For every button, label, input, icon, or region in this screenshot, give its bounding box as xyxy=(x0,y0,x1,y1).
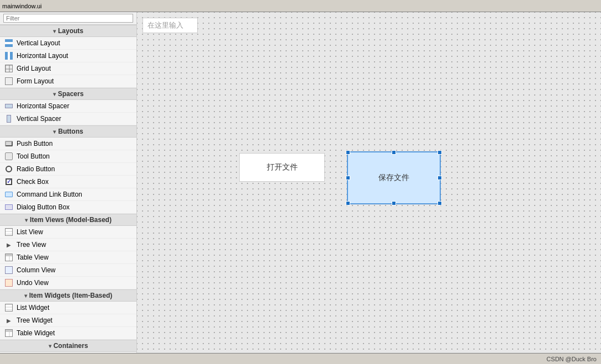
section-header-item-widgets[interactable]: ▾ Item Widgets (Item-Based) xyxy=(0,289,136,302)
sidebar-item-check-box[interactable]: Check Box xyxy=(0,176,136,188)
sidebar-item-vertical-spacer[interactable]: Vertical Spacer xyxy=(0,113,136,125)
sidebar-item-label-list-view: List View xyxy=(17,228,43,236)
collapse-icon-spacers: ▾ xyxy=(53,91,56,97)
sidebar-item-table-widget[interactable]: Table Widget xyxy=(0,327,136,340)
handle-mr[interactable] xyxy=(437,176,442,180)
handle-bl[interactable] xyxy=(346,201,350,205)
handle-ml[interactable] xyxy=(346,176,350,180)
section-header-item-views[interactable]: ▾ Item Views (Model-Based) xyxy=(0,214,136,226)
window-title: mainwindow.ui xyxy=(2,3,42,9)
sidebar-item-label-push-button: Push Button xyxy=(17,140,52,147)
filter-bar[interactable] xyxy=(0,12,136,25)
top-bar: mainwindow.ui xyxy=(0,0,601,12)
sidebar-item-horizontal-spacer[interactable]: Horizontal Spacer xyxy=(0,100,136,113)
section-label-buttons: Buttons xyxy=(58,128,83,135)
canvas-text-input: 在这里输入 xyxy=(143,18,198,33)
status-bar: CSDN @Duck Bro xyxy=(0,353,601,364)
sidebar-item-push-button[interactable]: Push Button xyxy=(0,138,136,150)
sidebar-item-label-vertical-layout: Vertical Layout xyxy=(17,39,60,47)
section-header-spacers[interactable]: ▾ Spacers xyxy=(0,88,136,100)
handle-tm[interactable] xyxy=(392,150,396,155)
canvas-area[interactable]: 在这里输入 打开文件 保存文件 xyxy=(137,12,601,353)
collapse-icon-item-widgets: ▾ xyxy=(24,293,27,299)
sidebar-item-horizontal-layout[interactable]: Horizontal Layout xyxy=(0,50,136,62)
collapse-icon-containers: ▾ xyxy=(49,343,51,349)
collapse-icon-layouts: ▾ xyxy=(53,28,56,34)
collapse-icon-item-views: ▾ xyxy=(25,217,28,223)
sidebar-item-list-widget[interactable]: List Widget xyxy=(0,302,136,314)
sidebar-item-vertical-layout[interactable]: Vertical Layout xyxy=(0,37,136,50)
sidebar-item-label-check-box: Check Box xyxy=(17,178,49,186)
sidebar-item-label-tree-view: Tree View xyxy=(17,241,46,249)
handle-tl[interactable] xyxy=(346,150,350,155)
sidebar-item-label-radio-button: Radio Button xyxy=(17,165,55,173)
sidebar-item-tree-view[interactable]: ▶Tree View xyxy=(0,239,136,251)
save-file-button[interactable]: 保存文件 xyxy=(347,151,441,204)
sidebar-item-label-horizontal-spacer: Horizontal Spacer xyxy=(17,102,69,110)
section-label-item-widgets: Item Widgets (Item-Based) xyxy=(29,292,113,299)
handle-tr[interactable] xyxy=(437,150,442,155)
handle-br[interactable] xyxy=(437,201,442,205)
sidebar-item-label-list-widget: List Widget xyxy=(17,304,49,312)
sidebar-item-label-table-widget: Table Widget xyxy=(17,329,55,337)
filter-input[interactable] xyxy=(3,14,133,23)
section-label-item-views: Item Views (Model-Based) xyxy=(30,216,112,224)
sidebar-item-label-form-layout: Form Layout xyxy=(17,77,54,85)
handle-bm[interactable] xyxy=(392,201,396,205)
sidebar-item-label-command-link-button: Command Link Button xyxy=(17,191,82,198)
sidebar-item-label-tree-widget: Tree Widget xyxy=(17,316,52,324)
status-text: CSDN @Duck Bro xyxy=(546,356,597,362)
sidebar-item-label-undo-view: Undo View xyxy=(17,279,49,287)
sidebar-item-label-vertical-spacer: Vertical Spacer xyxy=(17,115,61,123)
section-header-containers[interactable]: ▾ Containers xyxy=(0,340,136,352)
sidebar-item-label-grid-layout: Grid Layout xyxy=(17,65,51,72)
sidebar-item-table-view[interactable]: Table View xyxy=(0,251,136,264)
sidebar-item-radio-button[interactable]: Radio Button xyxy=(0,163,136,176)
sidebar-item-form-layout[interactable]: Form Layout xyxy=(0,75,136,88)
sidebar-item-tool-button[interactable]: Tool Button xyxy=(0,150,136,163)
section-label-layouts: Layouts xyxy=(58,27,83,35)
section-header-layouts[interactable]: ▾ Layouts xyxy=(0,25,136,37)
main-area: ▾ LayoutsVertical LayoutHorizontal Layou… xyxy=(0,12,601,353)
sidebar-item-grid-layout[interactable]: Grid Layout xyxy=(0,62,136,75)
sidebar-item-label-horizontal-layout: Horizontal Layout xyxy=(17,52,68,60)
sidebar-item-command-link-button[interactable]: Command Link Button xyxy=(0,188,136,201)
section-label-spacers: Spacers xyxy=(58,90,84,98)
sidebar-item-tree-widget[interactable]: ▶Tree Widget xyxy=(0,314,136,327)
sidebar: ▾ LayoutsVertical LayoutHorizontal Layou… xyxy=(0,12,137,353)
collapse-icon-buttons: ▾ xyxy=(53,129,56,135)
sidebar-item-label-tool-button: Tool Button xyxy=(17,152,50,160)
sidebar-content: ▾ LayoutsVertical LayoutHorizontal Layou… xyxy=(0,25,136,352)
sidebar-item-undo-view[interactable]: Undo View xyxy=(0,277,136,289)
open-file-button[interactable]: 打开文件 xyxy=(239,153,325,182)
section-header-buttons[interactable]: ▾ Buttons xyxy=(0,125,136,138)
sidebar-item-column-view[interactable]: Column View xyxy=(0,264,136,277)
sidebar-item-list-view[interactable]: List View xyxy=(0,226,136,239)
sidebar-item-label-dialog-button-box: Dialog Button Box xyxy=(17,203,70,211)
sidebar-item-label-table-view: Table View xyxy=(17,254,49,261)
section-label-containers: Containers xyxy=(54,342,88,350)
sidebar-item-label-column-view: Column View xyxy=(17,266,55,274)
sidebar-item-dialog-button-box[interactable]: Dialog Button Box xyxy=(0,201,136,214)
